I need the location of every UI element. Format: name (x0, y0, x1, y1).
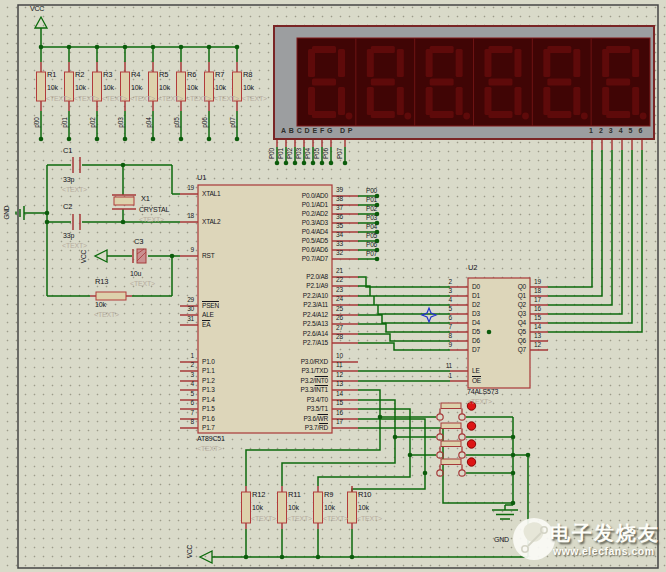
u1-pin-name: P3.4/T0 (240, 396, 328, 403)
u1-pin-number: 4 (168, 380, 194, 387)
resistor-ref: R8 (243, 71, 252, 79)
u1-pin-name: P3.0/RXD (240, 358, 328, 365)
u1-pin-number: 32 (336, 249, 343, 256)
x1-value: CRYSTAL (139, 206, 169, 214)
u1-pin-name: P1.6 (202, 415, 215, 422)
watermark-title: 电子发烧友 (550, 522, 660, 544)
resistor-value: 10k (288, 504, 299, 512)
net-label: P01 (277, 143, 284, 165)
resistor-text-placeholder: <TEXT> (158, 95, 183, 103)
net-label: P05 (313, 143, 320, 165)
u1-pin-name: P1.2 (202, 377, 215, 384)
u1-pin-name: EA (202, 321, 210, 328)
u1-ref: U1 (197, 174, 206, 182)
u1-pin-name: P3.7/RD (240, 424, 328, 431)
resistor-ref: R10 (358, 491, 371, 499)
u1-pin-name: P2.7/A15 (240, 339, 328, 346)
u2-pin-name: LE (472, 367, 480, 374)
u2-pin-number: 8 (426, 332, 452, 339)
u2-pin-number: 15 (534, 314, 541, 321)
u1-pin-number: 14 (336, 390, 343, 397)
resistor-text-placeholder: <TEXT> (357, 515, 382, 523)
u2-pin-name: Q1 (494, 292, 526, 299)
u1-pin-name: XTAL1 (202, 190, 220, 197)
vcc-label-bottom: VCC (186, 541, 193, 563)
net-label: p04 (145, 112, 152, 134)
u1-pin-number: 19 (168, 184, 194, 191)
u1-pin-name: P2.5/A13 (240, 320, 328, 327)
u2-pin-number: 9 (426, 341, 452, 348)
u1-pin-name: P3.3/INT1 (240, 386, 328, 393)
u2-part-number: 74ALS573 (467, 388, 498, 396)
u2-pin-number: 2 (426, 278, 452, 285)
u2-text-placeholder: <TEXT> (467, 398, 492, 406)
u2-pin-number: 18 (534, 287, 541, 294)
u1-pin-number: 5 (168, 390, 194, 397)
u2-pin-number: 4 (426, 296, 452, 303)
resistor-text-placeholder: <TEXT> (74, 95, 99, 103)
resistor-value: 10k (75, 84, 86, 92)
u1-pin-number: 17 (336, 418, 343, 425)
display-digit-labels: 123456 (589, 127, 648, 135)
u1-pin-name: P0.1/AD1 (240, 201, 328, 208)
u2-pin-number: 16 (534, 305, 541, 312)
gnd-label-left: GND (3, 202, 10, 224)
u1-pin-name: P2.0/A8 (240, 273, 328, 280)
u1-pin-number: 36 (336, 213, 343, 220)
resistor-text-placeholder: <TEXT> (214, 95, 239, 103)
u1-pin-name: P1.4 (202, 396, 215, 403)
u1-pin-name: P0.7/AD7 (240, 255, 328, 262)
resistor-text-placeholder: <TEXT> (251, 515, 276, 523)
u1-pin-number: 2 (168, 361, 194, 368)
u1-pin-number: 29 (168, 296, 194, 303)
u2-ref: U2 (468, 264, 477, 272)
u1-pin-name: PSEN (202, 302, 219, 309)
u1-pin-number: 7 (168, 409, 194, 416)
u2-pin-number: 1 (426, 372, 452, 379)
u2-pin-name: Q6 (494, 337, 526, 344)
u2-pin-name: D5 (472, 328, 480, 335)
u2-pin-name: Q5 (494, 328, 526, 335)
u1-pin-number: 38 (336, 195, 343, 202)
net-label: P05 (344, 232, 377, 239)
u1-pin-number: 13 (336, 380, 343, 387)
resistor-ref: R9 (324, 491, 333, 499)
c2-ref: C2 (63, 203, 72, 211)
resistor-value: 10k (252, 504, 263, 512)
u1-pin-name: P2.1/A9 (240, 282, 328, 289)
u1-pin-name: P1.0 (202, 358, 215, 365)
net-label: p06 (201, 112, 208, 134)
c2-value: 33p (63, 232, 74, 240)
u2-pin-number: 13 (534, 332, 541, 339)
net-label: p07 (229, 112, 236, 134)
net-label: p03 (117, 112, 124, 134)
u1-pin-number: 39 (336, 186, 343, 193)
resistor-text-placeholder: <TEXT> (323, 515, 348, 523)
u1-pin-number: 1 (168, 352, 194, 359)
resistor-value: 10k (187, 84, 198, 92)
resistor-ref: R4 (131, 71, 140, 79)
u2-pin-name: Q3 (494, 310, 526, 317)
u2-pin-name: D4 (472, 319, 480, 326)
net-label: p05 (173, 112, 180, 134)
r13-value: 10k (95, 301, 106, 309)
resistor-value: 10k (358, 504, 369, 512)
net-label: P04 (344, 223, 377, 230)
watermark-url: www.elecfans.com (553, 546, 655, 558)
proteus-schematic-canvas: { "power": { "vcc": "VCC", "gnd": "GND" … (0, 0, 666, 572)
u1-pin-name: RST (202, 252, 214, 259)
resistor-text-placeholder: <TEXT> (242, 95, 267, 103)
u1-pin-name: P2.6/A14 (240, 330, 328, 337)
gnd-label-bottom: GND (494, 536, 509, 544)
u1-pin-name: P3.6/WR (240, 415, 328, 422)
u1-pin-name: P0.4/AD4 (240, 228, 328, 235)
u2-pin-name: Q4 (494, 319, 526, 326)
u2-pin-name: Q2 (494, 301, 526, 308)
c1-ref: C1 (63, 147, 72, 155)
u1-pin-number: 28 (336, 333, 343, 340)
u1-pin-name: P3.2/INT0 (240, 377, 328, 384)
u1-pin-number: 35 (336, 222, 343, 229)
net-label: P01 (344, 196, 377, 203)
u2-pin-name: D0 (472, 283, 480, 290)
u1-pin-name: P0.2/AD2 (240, 210, 328, 217)
